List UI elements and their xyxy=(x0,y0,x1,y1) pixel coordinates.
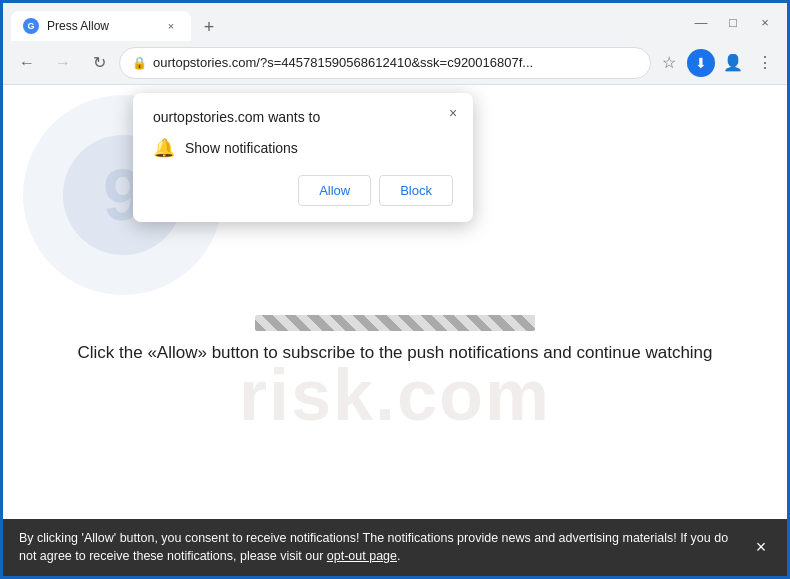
address-bar[interactable]: 🔒 ourtopstories.com/?s=44578159056861241… xyxy=(119,47,651,79)
page-content: 9 risk.com ourtopstories.com wants to × … xyxy=(3,85,787,576)
menu-button[interactable]: ⋮ xyxy=(751,49,779,77)
notification-popup: ourtopstories.com wants to × 🔔 Show noti… xyxy=(133,93,473,222)
window-controls: — □ × xyxy=(687,8,779,36)
bottom-bar-text-end: . xyxy=(397,549,400,563)
watermark-text: risk.com xyxy=(239,354,551,436)
title-bar: G Press Allow × + — □ × xyxy=(3,3,787,41)
allow-button[interactable]: Allow xyxy=(298,175,371,206)
url-text: ourtopstories.com/?s=445781590568612410&… xyxy=(153,55,638,70)
block-button[interactable]: Block xyxy=(379,175,453,206)
opt-out-link[interactable]: opt-out page xyxy=(327,549,397,563)
popup-close-button[interactable]: × xyxy=(441,101,465,125)
bell-icon: 🔔 xyxy=(153,137,175,159)
popup-item-text: Show notifications xyxy=(185,140,298,156)
minimize-button[interactable]: — xyxy=(687,8,715,36)
new-tab-button[interactable]: + xyxy=(195,13,223,41)
forward-button[interactable]: → xyxy=(47,47,79,79)
popup-title: ourtopstories.com wants to xyxy=(153,109,453,125)
profile-button[interactable]: 👤 xyxy=(719,49,747,77)
bottom-bar-close-button[interactable]: × xyxy=(747,533,775,561)
reload-button[interactable]: ↻ xyxy=(83,47,115,79)
close-window-button[interactable]: × xyxy=(751,8,779,36)
download-button[interactable]: ⬇ xyxy=(687,49,715,77)
progress-bar xyxy=(255,315,535,331)
lock-icon: 🔒 xyxy=(132,56,147,70)
toolbar: ← → ↻ 🔒 ourtopstories.com/?s=44578159056… xyxy=(3,41,787,85)
progress-area xyxy=(255,315,535,331)
active-tab[interactable]: G Press Allow × xyxy=(11,11,191,41)
popup-buttons: Allow Block xyxy=(153,175,453,206)
browser-window: G Press Allow × + — □ × ← → ↻ 🔒 ourtopst… xyxy=(0,0,790,579)
back-button[interactable]: ← xyxy=(11,47,43,79)
instruction-content: Click the «Allow» button to subscribe to… xyxy=(77,343,712,362)
bookmark-button[interactable]: ☆ xyxy=(655,49,683,77)
instruction-text: Click the «Allow» button to subscribe to… xyxy=(3,343,787,363)
bottom-bar-text: By clicking 'Allow' button, you consent … xyxy=(19,529,747,567)
tab-favicon: G xyxy=(23,18,39,34)
maximize-button[interactable]: □ xyxy=(719,8,747,36)
bottom-notification-bar: By clicking 'Allow' button, you consent … xyxy=(3,519,787,577)
tab-area: G Press Allow × + xyxy=(11,3,679,41)
popup-item: 🔔 Show notifications xyxy=(153,137,453,159)
tab-close-button[interactable]: × xyxy=(163,18,179,34)
tab-title: Press Allow xyxy=(47,19,155,33)
